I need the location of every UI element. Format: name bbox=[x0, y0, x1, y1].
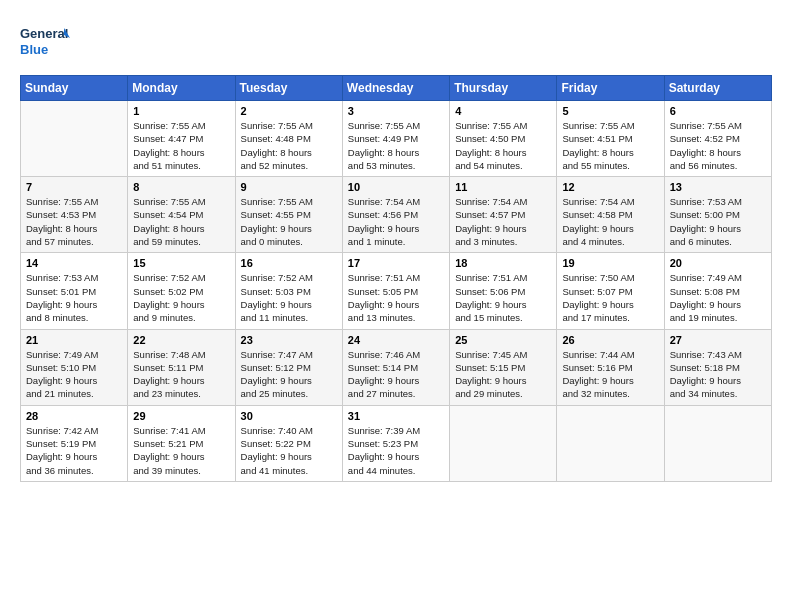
day-number: 11 bbox=[455, 181, 551, 193]
weekday-header-wednesday: Wednesday bbox=[342, 76, 449, 101]
day-info: Sunrise: 7:55 AMSunset: 4:52 PMDaylight:… bbox=[670, 119, 766, 172]
day-number: 18 bbox=[455, 257, 551, 269]
calendar-cell bbox=[557, 405, 664, 481]
day-info: Sunrise: 7:55 AMSunset: 4:50 PMDaylight:… bbox=[455, 119, 551, 172]
calendar-cell bbox=[21, 101, 128, 177]
day-number: 8 bbox=[133, 181, 229, 193]
day-number: 16 bbox=[241, 257, 337, 269]
day-info: Sunrise: 7:55 AMSunset: 4:49 PMDaylight:… bbox=[348, 119, 444, 172]
calendar-cell: 10Sunrise: 7:54 AMSunset: 4:56 PMDayligh… bbox=[342, 177, 449, 253]
calendar-cell: 19Sunrise: 7:50 AMSunset: 5:07 PMDayligh… bbox=[557, 253, 664, 329]
day-info: Sunrise: 7:42 AMSunset: 5:19 PMDaylight:… bbox=[26, 424, 122, 477]
weekday-header-tuesday: Tuesday bbox=[235, 76, 342, 101]
day-number: 27 bbox=[670, 334, 766, 346]
day-info: Sunrise: 7:41 AMSunset: 5:21 PMDaylight:… bbox=[133, 424, 229, 477]
day-info: Sunrise: 7:43 AMSunset: 5:18 PMDaylight:… bbox=[670, 348, 766, 401]
day-info: Sunrise: 7:51 AMSunset: 5:05 PMDaylight:… bbox=[348, 271, 444, 324]
calendar-cell: 25Sunrise: 7:45 AMSunset: 5:15 PMDayligh… bbox=[450, 329, 557, 405]
day-info: Sunrise: 7:46 AMSunset: 5:14 PMDaylight:… bbox=[348, 348, 444, 401]
calendar-cell: 9Sunrise: 7:55 AMSunset: 4:55 PMDaylight… bbox=[235, 177, 342, 253]
calendar-cell bbox=[664, 405, 771, 481]
calendar-cell: 18Sunrise: 7:51 AMSunset: 5:06 PMDayligh… bbox=[450, 253, 557, 329]
day-number: 23 bbox=[241, 334, 337, 346]
calendar-cell: 4Sunrise: 7:55 AMSunset: 4:50 PMDaylight… bbox=[450, 101, 557, 177]
day-number: 31 bbox=[348, 410, 444, 422]
day-number: 25 bbox=[455, 334, 551, 346]
calendar-cell: 17Sunrise: 7:51 AMSunset: 5:05 PMDayligh… bbox=[342, 253, 449, 329]
day-number: 28 bbox=[26, 410, 122, 422]
calendar-cell: 11Sunrise: 7:54 AMSunset: 4:57 PMDayligh… bbox=[450, 177, 557, 253]
day-info: Sunrise: 7:54 AMSunset: 4:57 PMDaylight:… bbox=[455, 195, 551, 248]
week-row-3: 14Sunrise: 7:53 AMSunset: 5:01 PMDayligh… bbox=[21, 253, 772, 329]
calendar-cell: 31Sunrise: 7:39 AMSunset: 5:23 PMDayligh… bbox=[342, 405, 449, 481]
calendar-cell: 16Sunrise: 7:52 AMSunset: 5:03 PMDayligh… bbox=[235, 253, 342, 329]
day-info: Sunrise: 7:55 AMSunset: 4:54 PMDaylight:… bbox=[133, 195, 229, 248]
day-info: Sunrise: 7:40 AMSunset: 5:22 PMDaylight:… bbox=[241, 424, 337, 477]
calendar-cell: 14Sunrise: 7:53 AMSunset: 5:01 PMDayligh… bbox=[21, 253, 128, 329]
day-number: 30 bbox=[241, 410, 337, 422]
calendar-cell: 13Sunrise: 7:53 AMSunset: 5:00 PMDayligh… bbox=[664, 177, 771, 253]
calendar-cell: 28Sunrise: 7:42 AMSunset: 5:19 PMDayligh… bbox=[21, 405, 128, 481]
calendar-cell: 12Sunrise: 7:54 AMSunset: 4:58 PMDayligh… bbox=[557, 177, 664, 253]
day-number: 17 bbox=[348, 257, 444, 269]
svg-text:Blue: Blue bbox=[20, 42, 48, 57]
calendar-cell: 24Sunrise: 7:46 AMSunset: 5:14 PMDayligh… bbox=[342, 329, 449, 405]
weekday-header-monday: Monday bbox=[128, 76, 235, 101]
page-header: General Blue bbox=[20, 20, 772, 65]
calendar-cell bbox=[450, 405, 557, 481]
calendar-cell: 7Sunrise: 7:55 AMSunset: 4:53 PMDaylight… bbox=[21, 177, 128, 253]
day-number: 29 bbox=[133, 410, 229, 422]
week-row-4: 21Sunrise: 7:49 AMSunset: 5:10 PMDayligh… bbox=[21, 329, 772, 405]
weekday-header-saturday: Saturday bbox=[664, 76, 771, 101]
day-number: 7 bbox=[26, 181, 122, 193]
day-info: Sunrise: 7:49 AMSunset: 5:08 PMDaylight:… bbox=[670, 271, 766, 324]
day-number: 3 bbox=[348, 105, 444, 117]
day-number: 5 bbox=[562, 105, 658, 117]
day-number: 9 bbox=[241, 181, 337, 193]
calendar-cell: 5Sunrise: 7:55 AMSunset: 4:51 PMDaylight… bbox=[557, 101, 664, 177]
day-number: 24 bbox=[348, 334, 444, 346]
day-number: 10 bbox=[348, 181, 444, 193]
day-number: 19 bbox=[562, 257, 658, 269]
calendar-cell: 27Sunrise: 7:43 AMSunset: 5:18 PMDayligh… bbox=[664, 329, 771, 405]
logo: General Blue bbox=[20, 20, 70, 65]
day-info: Sunrise: 7:51 AMSunset: 5:06 PMDaylight:… bbox=[455, 271, 551, 324]
calendar-cell: 23Sunrise: 7:47 AMSunset: 5:12 PMDayligh… bbox=[235, 329, 342, 405]
day-number: 15 bbox=[133, 257, 229, 269]
calendar-cell: 30Sunrise: 7:40 AMSunset: 5:22 PMDayligh… bbox=[235, 405, 342, 481]
week-row-1: 1Sunrise: 7:55 AMSunset: 4:47 PMDaylight… bbox=[21, 101, 772, 177]
weekday-header-thursday: Thursday bbox=[450, 76, 557, 101]
day-number: 21 bbox=[26, 334, 122, 346]
day-info: Sunrise: 7:55 AMSunset: 4:55 PMDaylight:… bbox=[241, 195, 337, 248]
day-info: Sunrise: 7:52 AMSunset: 5:03 PMDaylight:… bbox=[241, 271, 337, 324]
weekday-header-row: SundayMondayTuesdayWednesdayThursdayFrid… bbox=[21, 76, 772, 101]
day-number: 26 bbox=[562, 334, 658, 346]
calendar-cell: 15Sunrise: 7:52 AMSunset: 5:02 PMDayligh… bbox=[128, 253, 235, 329]
day-info: Sunrise: 7:53 AMSunset: 5:00 PMDaylight:… bbox=[670, 195, 766, 248]
day-number: 13 bbox=[670, 181, 766, 193]
calendar-cell: 3Sunrise: 7:55 AMSunset: 4:49 PMDaylight… bbox=[342, 101, 449, 177]
calendar-cell: 8Sunrise: 7:55 AMSunset: 4:54 PMDaylight… bbox=[128, 177, 235, 253]
week-row-5: 28Sunrise: 7:42 AMSunset: 5:19 PMDayligh… bbox=[21, 405, 772, 481]
day-info: Sunrise: 7:45 AMSunset: 5:15 PMDaylight:… bbox=[455, 348, 551, 401]
day-info: Sunrise: 7:49 AMSunset: 5:10 PMDaylight:… bbox=[26, 348, 122, 401]
day-info: Sunrise: 7:55 AMSunset: 4:48 PMDaylight:… bbox=[241, 119, 337, 172]
calendar-cell: 29Sunrise: 7:41 AMSunset: 5:21 PMDayligh… bbox=[128, 405, 235, 481]
week-row-2: 7Sunrise: 7:55 AMSunset: 4:53 PMDaylight… bbox=[21, 177, 772, 253]
day-info: Sunrise: 7:48 AMSunset: 5:11 PMDaylight:… bbox=[133, 348, 229, 401]
day-info: Sunrise: 7:50 AMSunset: 5:07 PMDaylight:… bbox=[562, 271, 658, 324]
day-number: 4 bbox=[455, 105, 551, 117]
day-number: 20 bbox=[670, 257, 766, 269]
day-number: 22 bbox=[133, 334, 229, 346]
calendar-cell: 26Sunrise: 7:44 AMSunset: 5:16 PMDayligh… bbox=[557, 329, 664, 405]
day-info: Sunrise: 7:55 AMSunset: 4:47 PMDaylight:… bbox=[133, 119, 229, 172]
svg-text:General: General bbox=[20, 26, 68, 41]
day-number: 2 bbox=[241, 105, 337, 117]
calendar-cell: 1Sunrise: 7:55 AMSunset: 4:47 PMDaylight… bbox=[128, 101, 235, 177]
calendar-cell: 20Sunrise: 7:49 AMSunset: 5:08 PMDayligh… bbox=[664, 253, 771, 329]
day-info: Sunrise: 7:39 AMSunset: 5:23 PMDaylight:… bbox=[348, 424, 444, 477]
day-number: 14 bbox=[26, 257, 122, 269]
calendar-table: SundayMondayTuesdayWednesdayThursdayFrid… bbox=[20, 75, 772, 482]
day-info: Sunrise: 7:55 AMSunset: 4:51 PMDaylight:… bbox=[562, 119, 658, 172]
day-info: Sunrise: 7:47 AMSunset: 5:12 PMDaylight:… bbox=[241, 348, 337, 401]
